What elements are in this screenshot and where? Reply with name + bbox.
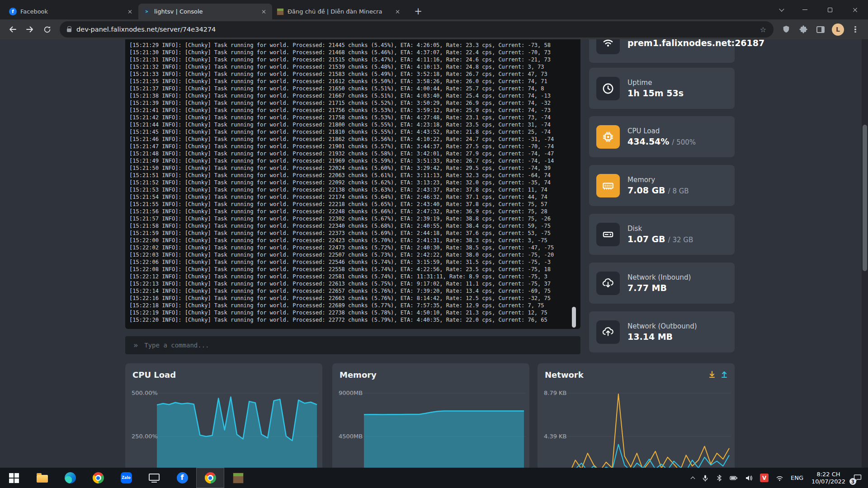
side-panel-button[interactable] xyxy=(812,21,829,38)
edge-icon xyxy=(65,472,76,483)
stat-label: Memory xyxy=(627,176,689,184)
stat-card-network-inbound: Network (Inbound) 7.77 MB xyxy=(589,263,735,304)
battery-tray-button[interactable] xyxy=(726,468,741,488)
chart-title: Network xyxy=(545,370,584,380)
stat-card-network-outbound: Network (Outbound) 13.14 MB xyxy=(589,311,735,352)
network-tray-button[interactable] xyxy=(772,468,787,488)
page-scrollbar[interactable] xyxy=(862,39,868,468)
forward-button[interactable] xyxy=(22,21,38,38)
reload-button[interactable] xyxy=(39,21,55,38)
edge-button[interactable] xyxy=(56,468,84,488)
stat-label: Network (Outbound) xyxy=(627,322,697,330)
window-minimize-button[interactable] xyxy=(792,0,817,19)
chrome-active-button[interactable] xyxy=(196,468,224,488)
back-arrow-icon xyxy=(8,25,17,34)
file-explorer-button[interactable] xyxy=(28,468,56,488)
volume-tray-button[interactable] xyxy=(741,468,756,488)
upload-legend-icon xyxy=(720,371,728,379)
download-legend-icon xyxy=(708,371,716,379)
clock-icon xyxy=(601,82,615,95)
tab-title: Đăng chủ đề | Diễn đàn Minecra xyxy=(288,8,390,15)
window-close-button[interactable] xyxy=(843,0,868,19)
site-info-lock-icon[interactable] xyxy=(67,28,71,32)
action-center-button[interactable]: 3 xyxy=(850,468,865,488)
address-bar[interactable]: dev-panel.falixnodes.net/server/74e34274… xyxy=(60,21,774,38)
browser-tab-strip: f Facebook > lightsv | Console Đăng chủ … xyxy=(0,0,868,19)
tab-console-active[interactable]: > lightsv | Console xyxy=(138,4,272,19)
y-tick: 4500MB xyxy=(339,433,363,440)
shield-icon xyxy=(782,25,791,34)
chevron-up-icon xyxy=(691,476,695,481)
chrome-icon xyxy=(93,472,104,483)
stat-label: CPU Load xyxy=(627,127,696,135)
adblock-extension-button[interactable] xyxy=(778,21,794,38)
stat-label: Uptime xyxy=(627,79,684,87)
bookmark-star-icon[interactable]: ☆ xyxy=(760,25,766,34)
kebab-menu-icon xyxy=(854,26,856,33)
windows-taskbar: Zalo f V ENG 8 xyxy=(0,468,868,488)
stat-card-uptime: Uptime 1h 15m 53s xyxy=(589,68,735,109)
new-tab-button[interactable]: + xyxy=(411,5,425,18)
maximize-icon xyxy=(828,8,832,12)
puzzle-icon xyxy=(799,25,808,34)
console-favicon: > xyxy=(143,8,151,15)
bluetooth-tray-button[interactable] xyxy=(712,468,726,488)
y-tick: 9000MB xyxy=(339,389,363,396)
console-output[interactable]: [15:21:29 INFO]: [Chunky] Task running f… xyxy=(125,39,580,329)
taskbar-clock[interactable]: 8:22 CH 10/07/2022 xyxy=(807,471,850,485)
folder-icon xyxy=(37,475,48,483)
stat-card-memory: Memory 7.08 GB / 8 GB xyxy=(589,165,735,206)
language-indicator[interactable]: ENG xyxy=(787,468,807,488)
command-input[interactable] xyxy=(144,342,572,349)
tab-facebook[interactable]: f Facebook xyxy=(5,4,138,19)
url-text[interactable]: dev-panel.falixnodes.net/server/74e34274 xyxy=(76,26,755,33)
tab-close-button[interactable] xyxy=(260,8,268,15)
network-outbound-value: 13.14 MB xyxy=(627,332,673,342)
extensions-button[interactable] xyxy=(795,21,811,38)
unikey-tray-button[interactable]: V xyxy=(756,468,772,488)
clock-time: 8:22 CH xyxy=(811,471,845,478)
facebook-button[interactable]: f xyxy=(168,468,196,488)
console-scrollbar-thumb[interactable] xyxy=(572,307,576,328)
tab-close-button[interactable] xyxy=(126,8,134,15)
zalo-button[interactable]: Zalo xyxy=(112,468,140,488)
memory-chart-card: Memory 9000MB 4500MB xyxy=(332,363,529,468)
minecraft-icon xyxy=(233,473,244,483)
start-button[interactable] xyxy=(0,468,28,488)
chrome-button[interactable] xyxy=(84,468,112,488)
minecraft-favicon xyxy=(277,8,284,15)
battery-icon xyxy=(730,474,738,482)
close-icon xyxy=(128,9,132,14)
tab-title: Facebook xyxy=(20,8,123,15)
side-panel-icon xyxy=(816,26,825,33)
bluetooth-icon xyxy=(716,474,722,482)
stat-card-allocation: prem1.falixnodes.net:26187 xyxy=(589,39,735,63)
microphone-icon xyxy=(702,474,709,482)
facebook-icon: f xyxy=(177,472,188,483)
uptime-value: 1h 15m 53s xyxy=(627,88,684,98)
page-viewport: [15:21:29 INFO]: [Chunky] Task running f… xyxy=(0,39,868,468)
wifi-tray-icon xyxy=(776,474,783,482)
stat-card-disk: Disk 1.07 GB / 32 GB xyxy=(589,214,735,255)
network-chart-card: Network 8.79 KB 4.39 KB xyxy=(538,363,735,468)
browser-menu-button[interactable] xyxy=(847,21,863,38)
close-icon xyxy=(853,7,858,13)
cpu-value: 434.54% xyxy=(627,136,669,146)
back-button[interactable] xyxy=(5,21,21,38)
unikey-icon: V xyxy=(760,474,769,482)
tab-minecraft-forum[interactable]: Đăng chủ đề | Diễn đàn Minecra xyxy=(272,4,406,19)
forward-arrow-icon xyxy=(25,25,34,34)
profile-avatar[interactable]: L xyxy=(832,23,844,36)
tab-close-button[interactable] xyxy=(394,8,401,15)
server-console-page: [15:21:29 INFO]: [Chunky] Task running f… xyxy=(125,39,735,468)
window-maximize-button[interactable] xyxy=(817,0,843,19)
tray-expand-button[interactable] xyxy=(688,468,698,488)
minecraft-button[interactable] xyxy=(224,468,252,488)
microphone-tray-button[interactable] xyxy=(698,468,712,488)
windows-logo-icon xyxy=(9,473,19,483)
console-log: [15:21:29 INFO]: [Chunky] Task running f… xyxy=(129,42,580,324)
tab-search-button[interactable] xyxy=(771,0,792,19)
notification-badge: 3 xyxy=(849,478,856,485)
screen-mirror-button[interactable] xyxy=(140,468,168,488)
page-scrollbar-thumb[interactable] xyxy=(863,125,867,271)
